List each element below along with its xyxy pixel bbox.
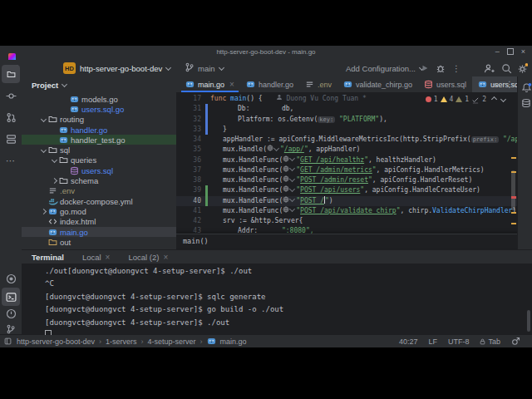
terminal-tab-local[interactable]: Local× xyxy=(82,253,111,262)
url-inlay-globe-icon[interactable] xyxy=(283,165,295,172)
debug-button[interactable] xyxy=(436,60,446,76)
line-number[interactable]: 35 xyxy=(176,145,201,155)
tool-window-icon[interactable] xyxy=(4,337,12,345)
code-line[interactable]: mux.HandleFunc("POST /") xyxy=(176,196,517,206)
tree-arrow-icon[interactable] xyxy=(49,179,59,183)
code-area[interactable]: 1 4 1 2 xyxy=(176,92,517,249)
tree-item-routing[interactable]: routing xyxy=(22,115,176,125)
tree-arrow-icon[interactable] xyxy=(38,148,48,152)
tree-item-main-go[interactable]: main.go xyxy=(22,227,176,237)
tree-arrow-icon[interactable] xyxy=(38,209,48,214)
hidden-tabs-chevron-icon[interactable] xyxy=(493,81,499,87)
code-line[interactable]: appHandler := apiConfig.MiddlewareMetric… xyxy=(176,135,517,145)
line-number[interactable]: 41 xyxy=(176,206,201,216)
sticky-context-line[interactable]: main() xyxy=(176,234,517,248)
tree-item-models-go[interactable]: models.go xyxy=(22,94,176,104)
tab-users-sql[interactable]: users.sql xyxy=(418,76,472,92)
editor-scrollbar[interactable] xyxy=(510,92,517,249)
terminal-scrollbar[interactable] xyxy=(527,310,530,332)
tree-item-sql[interactable]: sql xyxy=(22,145,176,155)
code-line[interactable]: Platform: os.Getenv(key: "PLATFORM"), xyxy=(176,115,517,125)
line-number[interactable]: 37 xyxy=(176,165,201,175)
code-line[interactable]: mux.HandleFunc("GET /admin/metrics", api… xyxy=(176,165,517,175)
more-actions-icon[interactable]: ⋮ xyxy=(452,60,461,76)
breadcrumb-item-1-servers[interactable]: 1-servers xyxy=(106,337,137,346)
pull-requests-tool-icon[interactable] xyxy=(2,108,20,126)
indent-widget[interactable]: Tab xyxy=(480,337,500,346)
project-panel-header[interactable]: Project xyxy=(22,76,66,94)
tree-item-index-html[interactable]: index.html xyxy=(22,217,176,227)
code-line[interactable]: mux.HandleFunc("GET /api/healthz", healt… xyxy=(176,155,517,165)
terminal-tab-local-2[interactable]: Local (2)× xyxy=(128,253,168,262)
code-line[interactable]: mux.HandleFunc("POST /api/users", apiCon… xyxy=(176,185,517,195)
breadcrumb-item-4-setup-server[interactable]: 4-setup-server xyxy=(148,337,196,346)
close-icon[interactable]: × xyxy=(521,47,525,56)
database-icon[interactable] xyxy=(517,94,532,112)
terminal-title[interactable]: Terminal xyxy=(32,253,64,262)
project-tool-icon[interactable] xyxy=(2,65,20,83)
maximize-icon[interactable] xyxy=(507,48,514,55)
url-inlay-globe-icon[interactable] xyxy=(283,196,295,203)
run-tool-icon[interactable] xyxy=(2,269,20,288)
url-inlay-globe-icon[interactable] xyxy=(267,145,279,151)
search-icon[interactable] xyxy=(501,60,512,76)
line-number[interactable]: 31 xyxy=(176,104,201,114)
url-inlay-globe-icon[interactable] xyxy=(283,206,295,213)
tab-handler-go[interactable]: handler.go xyxy=(240,76,299,92)
close-icon[interactable]: × xyxy=(106,253,111,262)
line-number[interactable]: 17 xyxy=(176,94,201,104)
line-number[interactable]: 39 xyxy=(176,185,201,195)
run-configuration-selector[interactable]: Add Configuration... xyxy=(346,60,424,76)
tree-item-handler-go[interactable]: handler.go xyxy=(22,125,176,135)
line-number[interactable]: 34 xyxy=(176,135,201,145)
close-icon[interactable]: × xyxy=(229,80,234,89)
code-line[interactable]: mux.HandleFunc("POST /admin/reset", apiC… xyxy=(176,175,517,185)
line-number[interactable]: 40 xyxy=(176,196,201,206)
breadcrumb-item-http-server-go-boot-dev[interactable]: http-server-go-boot-dev xyxy=(17,337,95,346)
url-inlay-globe-icon[interactable] xyxy=(283,155,295,162)
close-icon[interactable]: × xyxy=(163,253,168,262)
next-problem-icon[interactable] xyxy=(500,96,506,102)
commit-tool-icon[interactable] xyxy=(2,86,20,105)
url-inlay-globe-icon[interactable] xyxy=(283,185,295,192)
code-with-me-icon[interactable] xyxy=(484,60,495,76)
line-number[interactable]: 42 xyxy=(176,216,201,226)
tree-item-handler-test-go[interactable]: handler_test.go xyxy=(22,135,176,145)
tree-item-docker-compose-yml[interactable]: docker-compose.yml xyxy=(22,196,176,206)
project-badge[interactable]: HD xyxy=(63,62,76,74)
tree-item-env[interactable]: .env xyxy=(22,186,176,196)
tree-arrow-icon[interactable] xyxy=(38,117,48,121)
code-line[interactable]: } xyxy=(176,125,517,135)
line-number[interactable]: 32 xyxy=(176,115,201,125)
code-line[interactable]: mux.Handle("/app/", appHandler) xyxy=(176,145,517,155)
tree-item-users-sql[interactable]: users.sql xyxy=(22,165,176,175)
terminal-tool-icon[interactable] xyxy=(2,288,20,306)
tree-item-out[interactable]: out xyxy=(22,237,176,247)
tree-arrow-icon[interactable] xyxy=(49,158,59,162)
tab-env[interactable]: .env xyxy=(299,76,337,92)
line-separator-widget[interactable]: LF xyxy=(428,337,437,346)
tab-main-go[interactable]: main.go× xyxy=(180,76,240,92)
branch-selector[interactable]: main xyxy=(185,60,224,76)
minimize-icon[interactable]: – xyxy=(495,47,500,56)
url-inlay-globe-icon[interactable] xyxy=(283,175,295,182)
encoding-widget[interactable]: UTF-8 xyxy=(448,337,470,346)
previous-problem-icon[interactable] xyxy=(491,96,497,102)
caret-position-widget[interactable]: 40:27 xyxy=(399,337,418,346)
tab-validate-chirp-go[interactable]: validate_chirp.go xyxy=(337,76,418,92)
code-line[interactable]: Db: db, xyxy=(176,104,517,114)
more-tool-windows-tool-icon[interactable]: ⋯ xyxy=(2,151,20,170)
tree-item-users-sql-go[interactable]: users.sql.go xyxy=(22,104,176,114)
code-line[interactable]: mux.HandleFunc("POST /api/validate_chirp… xyxy=(176,206,517,216)
run-button[interactable] xyxy=(421,60,429,76)
line-number[interactable]: 38 xyxy=(176,175,201,185)
tree-item-queries[interactable]: queries xyxy=(22,155,176,165)
inspections-widget[interactable]: 1 4 1 2 xyxy=(426,94,505,105)
tab-options-icon[interactable]: ⋮ xyxy=(505,80,514,89)
settings-gear-icon[interactable] xyxy=(517,60,528,76)
project-selector[interactable]: http-server-go-boot-dev xyxy=(80,60,170,76)
misc-status-icon[interactable] xyxy=(511,337,520,346)
tree-item-go-mod[interactable]: go.mod xyxy=(22,206,176,216)
line-number[interactable]: 36 xyxy=(176,155,201,165)
line-number[interactable]: 33 xyxy=(176,125,201,135)
